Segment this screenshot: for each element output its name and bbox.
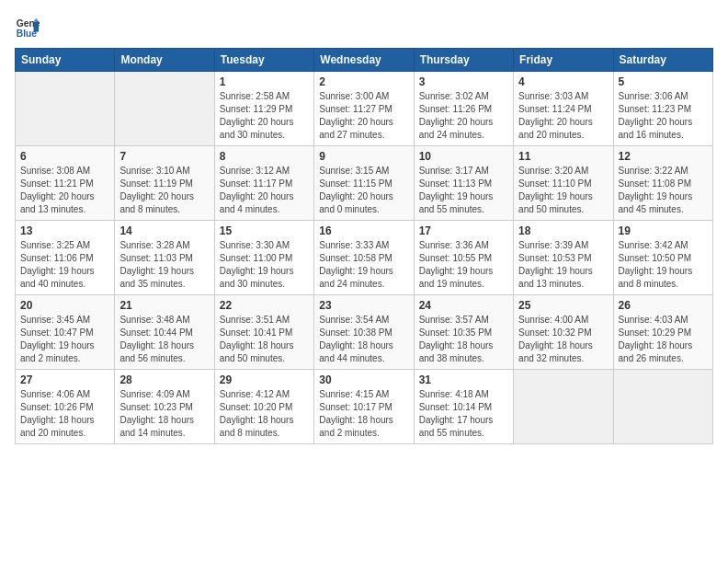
day-number: 23	[319, 299, 408, 312]
day-number: 24	[419, 299, 508, 312]
day-info: Sunrise: 3:12 AM Sunset: 11:17 PM Daylig…	[220, 165, 309, 216]
calendar-cell: 9Sunrise: 3:15 AM Sunset: 11:15 PM Dayli…	[314, 146, 414, 221]
calendar-cell: 18Sunrise: 3:39 AM Sunset: 10:53 PM Dayl…	[514, 221, 613, 295]
day-number: 22	[220, 299, 309, 312]
day-number: 27	[20, 373, 109, 386]
day-number: 29	[220, 373, 309, 386]
calendar-cell: 12Sunrise: 3:22 AM Sunset: 11:08 PM Dayl…	[613, 146, 712, 221]
day-info: Sunrise: 3:02 AM Sunset: 11:26 PM Daylig…	[419, 90, 508, 142]
day-header-thursday: Thursday	[414, 49, 513, 72]
day-number: 26	[619, 299, 708, 312]
calendar-cell: 16Sunrise: 3:33 AM Sunset: 10:58 PM Dayl…	[314, 221, 414, 295]
calendar-cell: 28Sunrise: 4:09 AM Sunset: 10:23 PM Dayl…	[115, 370, 214, 444]
day-number: 6	[20, 150, 109, 163]
day-header-wednesday: Wednesday	[314, 49, 414, 72]
day-info: Sunrise: 4:12 AM Sunset: 10:20 PM Daylig…	[220, 388, 309, 440]
day-info: Sunrise: 4:00 AM Sunset: 10:32 PM Daylig…	[518, 314, 608, 365]
calendar-cell: 20Sunrise: 3:45 AM Sunset: 10:47 PM Dayl…	[16, 295, 115, 370]
day-info: Sunrise: 3:54 AM Sunset: 10:38 PM Daylig…	[319, 314, 408, 365]
calendar-cell: 21Sunrise: 3:48 AM Sunset: 10:44 PM Dayl…	[115, 295, 214, 370]
calendar-cell	[514, 370, 613, 444]
logo-icon: General Blue	[15, 15, 40, 40]
calendar-week-3: 13Sunrise: 3:25 AM Sunset: 11:06 PM Dayl…	[16, 221, 713, 295]
day-number: 9	[319, 150, 408, 163]
day-header-sunday: Sunday	[16, 49, 115, 72]
day-number: 19	[619, 224, 708, 237]
calendar-cell: 11Sunrise: 3:20 AM Sunset: 11:10 PM Dayl…	[514, 146, 613, 221]
day-number: 16	[319, 224, 408, 237]
calendar-cell: 30Sunrise: 4:15 AM Sunset: 10:17 PM Dayl…	[314, 370, 414, 444]
day-number: 4	[518, 75, 608, 88]
calendar-cell: 1Sunrise: 2:58 AM Sunset: 11:29 PM Dayli…	[214, 72, 313, 146]
calendar-cell: 25Sunrise: 4:00 AM Sunset: 10:32 PM Dayl…	[514, 295, 613, 370]
day-info: Sunrise: 3:45 AM Sunset: 10:47 PM Daylig…	[20, 314, 109, 365]
day-number: 8	[220, 150, 309, 163]
day-info: Sunrise: 3:20 AM Sunset: 11:10 PM Daylig…	[518, 165, 608, 216]
day-info: Sunrise: 3:25 AM Sunset: 11:06 PM Daylig…	[20, 239, 109, 291]
day-info: Sunrise: 4:03 AM Sunset: 10:29 PM Daylig…	[619, 314, 708, 365]
day-number: 30	[319, 373, 408, 386]
calendar-week-4: 20Sunrise: 3:45 AM Sunset: 10:47 PM Dayl…	[16, 295, 713, 370]
day-info: Sunrise: 3:42 AM Sunset: 10:50 PM Daylig…	[619, 239, 708, 291]
calendar-cell: 19Sunrise: 3:42 AM Sunset: 10:50 PM Dayl…	[613, 221, 712, 295]
day-number: 31	[419, 373, 508, 386]
calendar-week-1: 1Sunrise: 2:58 AM Sunset: 11:29 PM Dayli…	[16, 72, 713, 146]
day-number: 1	[220, 75, 309, 88]
day-info: Sunrise: 3:00 AM Sunset: 11:27 PM Daylig…	[319, 90, 408, 142]
day-info: Sunrise: 3:15 AM Sunset: 11:15 PM Daylig…	[319, 165, 408, 216]
day-info: Sunrise: 3:51 AM Sunset: 10:41 PM Daylig…	[220, 314, 309, 365]
day-number: 28	[119, 373, 209, 386]
day-info: Sunrise: 3:17 AM Sunset: 11:13 PM Daylig…	[419, 165, 508, 216]
calendar-week-5: 27Sunrise: 4:06 AM Sunset: 10:26 PM Dayl…	[16, 370, 713, 444]
calendar-week-2: 6Sunrise: 3:08 AM Sunset: 11:21 PM Dayli…	[16, 146, 713, 221]
calendar-cell: 3Sunrise: 3:02 AM Sunset: 11:26 PM Dayli…	[414, 72, 513, 146]
day-number: 11	[518, 150, 608, 163]
logo: General Blue	[15, 15, 40, 40]
calendar-cell: 2Sunrise: 3:00 AM Sunset: 11:27 PM Dayli…	[314, 72, 414, 146]
day-info: Sunrise: 4:15 AM Sunset: 10:17 PM Daylig…	[319, 388, 408, 440]
day-info: Sunrise: 3:22 AM Sunset: 11:08 PM Daylig…	[619, 165, 708, 216]
calendar-cell: 15Sunrise: 3:30 AM Sunset: 11:00 PM Dayl…	[214, 221, 313, 295]
calendar-cell: 14Sunrise: 3:28 AM Sunset: 11:03 PM Dayl…	[115, 221, 214, 295]
day-info: Sunrise: 3:06 AM Sunset: 11:23 PM Daylig…	[619, 90, 708, 142]
calendar-cell: 13Sunrise: 3:25 AM Sunset: 11:06 PM Dayl…	[16, 221, 115, 295]
calendar-cell: 17Sunrise: 3:36 AM Sunset: 10:55 PM Dayl…	[414, 221, 513, 295]
calendar-cell: 22Sunrise: 3:51 AM Sunset: 10:41 PM Dayl…	[214, 295, 313, 370]
day-info: Sunrise: 3:10 AM Sunset: 11:19 PM Daylig…	[119, 165, 209, 216]
calendar-cell: 23Sunrise: 3:54 AM Sunset: 10:38 PM Dayl…	[314, 295, 414, 370]
day-number: 14	[119, 224, 209, 237]
calendar-cell	[16, 72, 115, 146]
svg-marker-2	[34, 21, 40, 31]
day-info: Sunrise: 2:58 AM Sunset: 11:29 PM Daylig…	[220, 90, 309, 142]
day-info: Sunrise: 3:08 AM Sunset: 11:21 PM Daylig…	[20, 165, 109, 216]
day-number: 2	[319, 75, 408, 88]
header: General Blue	[15, 15, 713, 40]
calendar-cell: 4Sunrise: 3:03 AM Sunset: 11:24 PM Dayli…	[514, 72, 613, 146]
calendar-cell: 26Sunrise: 4:03 AM Sunset: 10:29 PM Dayl…	[613, 295, 712, 370]
day-number: 12	[619, 150, 708, 163]
day-header-friday: Friday	[514, 49, 613, 72]
day-info: Sunrise: 3:39 AM Sunset: 10:53 PM Daylig…	[518, 239, 608, 291]
day-info: Sunrise: 3:57 AM Sunset: 10:35 PM Daylig…	[419, 314, 508, 365]
calendar-cell: 10Sunrise: 3:17 AM Sunset: 11:13 PM Dayl…	[414, 146, 513, 221]
day-header-saturday: Saturday	[613, 49, 712, 72]
day-number: 7	[119, 150, 209, 163]
day-header-tuesday: Tuesday	[214, 49, 313, 72]
calendar-cell: 29Sunrise: 4:12 AM Sunset: 10:20 PM Dayl…	[214, 370, 313, 444]
day-number: 21	[119, 299, 209, 312]
calendar-cell: 31Sunrise: 4:18 AM Sunset: 10:14 PM Dayl…	[414, 370, 513, 444]
day-number: 18	[518, 224, 608, 237]
day-number: 15	[220, 224, 309, 237]
calendar-cell: 27Sunrise: 4:06 AM Sunset: 10:26 PM Dayl…	[16, 370, 115, 444]
day-info: Sunrise: 3:03 AM Sunset: 11:24 PM Daylig…	[518, 90, 608, 142]
day-info: Sunrise: 4:18 AM Sunset: 10:14 PM Daylig…	[419, 388, 508, 440]
calendar-cell: 6Sunrise: 3:08 AM Sunset: 11:21 PM Dayli…	[16, 146, 115, 221]
day-number: 10	[419, 150, 508, 163]
day-number: 17	[419, 224, 508, 237]
day-number: 5	[619, 75, 708, 88]
day-number: 13	[20, 224, 109, 237]
calendar-cell	[613, 370, 712, 444]
calendar-header-row: SundayMondayTuesdayWednesdayThursdayFrid…	[16, 49, 713, 72]
day-info: Sunrise: 3:33 AM Sunset: 10:58 PM Daylig…	[319, 239, 408, 291]
day-info: Sunrise: 4:09 AM Sunset: 10:23 PM Daylig…	[119, 388, 209, 440]
